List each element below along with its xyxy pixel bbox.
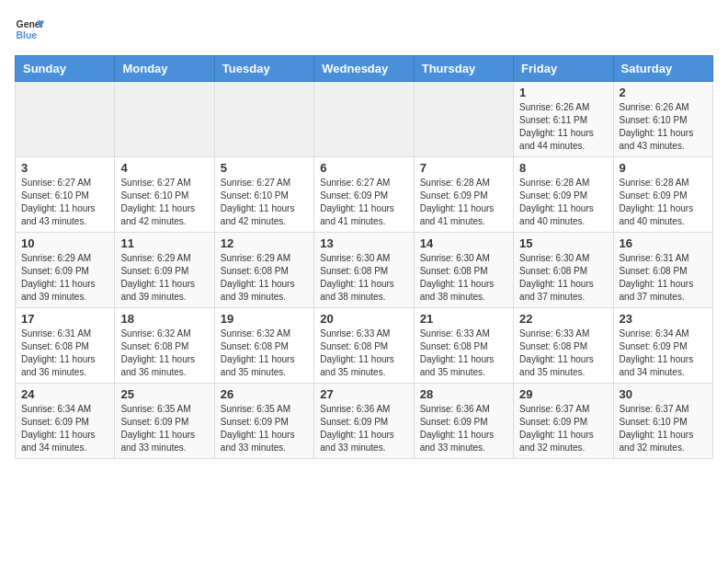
day-number: 13	[320, 236, 407, 250]
calendar-day: 21Sunrise: 6:33 AMSunset: 6:08 PMDayligh…	[414, 308, 513, 384]
svg-text:Blue: Blue	[17, 30, 38, 40]
calendar-table: SundayMondayTuesdayWednesdayThursdayFrid…	[15, 55, 713, 459]
day-info: Sunrise: 6:33 AMSunset: 6:08 PMDaylight:…	[420, 327, 507, 379]
calendar-day: 6Sunrise: 6:27 AMSunset: 6:09 PMDaylight…	[314, 157, 414, 233]
calendar-day: 26Sunrise: 6:35 AMSunset: 6:09 PMDayligh…	[214, 384, 313, 459]
calendar-day: 22Sunrise: 6:33 AMSunset: 6:08 PMDayligh…	[514, 308, 613, 384]
day-info: Sunrise: 6:36 AMSunset: 6:09 PMDaylight:…	[320, 403, 407, 454]
day-number: 19	[221, 312, 308, 326]
day-number: 3	[21, 161, 108, 175]
calendar-day: 1Sunrise: 6:26 AMSunset: 6:11 PMDaylight…	[514, 82, 613, 157]
calendar-day: 20Sunrise: 6:33 AMSunset: 6:08 PMDayligh…	[314, 308, 414, 384]
day-number: 4	[120, 161, 208, 175]
day-info: Sunrise: 6:36 AMSunset: 6:09 PMDaylight:…	[420, 403, 507, 454]
calendar-body: 1Sunrise: 6:26 AMSunset: 6:11 PMDaylight…	[16, 82, 713, 459]
weekday-header-sunday: Sunday	[16, 56, 115, 82]
logo: General Blue	[15, 15, 44, 44]
day-info: Sunrise: 6:34 AMSunset: 6:09 PMDaylight:…	[21, 403, 108, 454]
calendar-day: 3Sunrise: 6:27 AMSunset: 6:10 PMDaylight…	[16, 157, 115, 233]
day-info: Sunrise: 6:29 AMSunset: 6:09 PMDaylight:…	[120, 252, 208, 304]
day-number: 15	[519, 236, 607, 250]
day-number: 6	[320, 161, 407, 175]
day-info: Sunrise: 6:30 AMSunset: 6:08 PMDaylight:…	[420, 252, 507, 304]
calendar-day: 2Sunrise: 6:26 AMSunset: 6:10 PMDaylight…	[613, 82, 712, 157]
day-number: 8	[519, 161, 607, 175]
calendar-day: 30Sunrise: 6:37 AMSunset: 6:10 PMDayligh…	[613, 384, 712, 459]
calendar-day: 11Sunrise: 6:29 AMSunset: 6:09 PMDayligh…	[115, 233, 214, 308]
calendar-day: 12Sunrise: 6:29 AMSunset: 6:08 PMDayligh…	[214, 233, 313, 308]
calendar-week-1: 1Sunrise: 6:26 AMSunset: 6:11 PMDaylight…	[16, 82, 713, 157]
day-info: Sunrise: 6:35 AMSunset: 6:09 PMDaylight:…	[120, 403, 208, 454]
day-info: Sunrise: 6:32 AMSunset: 6:08 PMDaylight:…	[120, 327, 208, 379]
day-number: 12	[221, 236, 308, 250]
day-number: 29	[519, 387, 607, 401]
calendar-week-5: 24Sunrise: 6:34 AMSunset: 6:09 PMDayligh…	[16, 384, 713, 459]
day-info: Sunrise: 6:26 AMSunset: 6:10 PMDaylight:…	[620, 101, 707, 153]
calendar-day: 9Sunrise: 6:28 AMSunset: 6:09 PMDaylight…	[613, 157, 712, 233]
day-number: 9	[620, 161, 707, 175]
calendar-header: SundayMondayTuesdayWednesdayThursdayFrid…	[16, 56, 713, 82]
weekday-header-monday: Monday	[115, 56, 214, 82]
day-info: Sunrise: 6:28 AMSunset: 6:09 PMDaylight:…	[420, 177, 507, 228]
day-number: 18	[120, 312, 208, 326]
day-number: 16	[620, 236, 707, 250]
day-info: Sunrise: 6:35 AMSunset: 6:09 PMDaylight:…	[221, 403, 308, 454]
calendar-day: 25Sunrise: 6:35 AMSunset: 6:09 PMDayligh…	[115, 384, 214, 459]
weekday-header-wednesday: Wednesday	[314, 56, 414, 82]
page-header: General Blue	[15, 15, 713, 44]
calendar-day: 10Sunrise: 6:29 AMSunset: 6:09 PMDayligh…	[16, 233, 115, 308]
calendar-week-4: 17Sunrise: 6:31 AMSunset: 6:08 PMDayligh…	[16, 308, 713, 384]
day-info: Sunrise: 6:37 AMSunset: 6:10 PMDaylight:…	[620, 403, 707, 454]
calendar-day: 24Sunrise: 6:34 AMSunset: 6:09 PMDayligh…	[16, 384, 115, 459]
day-number: 24	[21, 387, 108, 401]
day-info: Sunrise: 6:31 AMSunset: 6:08 PMDaylight:…	[21, 327, 108, 379]
calendar-week-2: 3Sunrise: 6:27 AMSunset: 6:10 PMDaylight…	[16, 157, 713, 233]
calendar-week-3: 10Sunrise: 6:29 AMSunset: 6:09 PMDayligh…	[16, 233, 713, 308]
calendar-day: 23Sunrise: 6:34 AMSunset: 6:09 PMDayligh…	[613, 308, 712, 384]
calendar-day: 15Sunrise: 6:30 AMSunset: 6:08 PMDayligh…	[514, 233, 613, 308]
calendar-day: 17Sunrise: 6:31 AMSunset: 6:08 PMDayligh…	[16, 308, 115, 384]
day-info: Sunrise: 6:28 AMSunset: 6:09 PMDaylight:…	[620, 177, 707, 228]
day-number: 27	[320, 387, 407, 401]
day-number: 1	[519, 86, 607, 99]
weekday-header-friday: Friday	[514, 56, 613, 82]
day-number: 22	[519, 312, 607, 326]
day-info: Sunrise: 6:33 AMSunset: 6:08 PMDaylight:…	[320, 327, 407, 379]
calendar-day	[214, 82, 313, 157]
day-info: Sunrise: 6:27 AMSunset: 6:09 PMDaylight:…	[320, 177, 407, 228]
calendar-day: 18Sunrise: 6:32 AMSunset: 6:08 PMDayligh…	[115, 308, 214, 384]
day-info: Sunrise: 6:33 AMSunset: 6:08 PMDaylight:…	[519, 327, 607, 379]
calendar-day: 27Sunrise: 6:36 AMSunset: 6:09 PMDayligh…	[314, 384, 414, 459]
day-number: 25	[120, 387, 208, 401]
day-info: Sunrise: 6:37 AMSunset: 6:09 PMDaylight:…	[519, 403, 607, 454]
day-info: Sunrise: 6:27 AMSunset: 6:10 PMDaylight:…	[120, 177, 208, 228]
day-number: 7	[420, 161, 507, 175]
calendar-day	[414, 82, 513, 157]
day-number: 23	[620, 312, 707, 326]
calendar-day: 19Sunrise: 6:32 AMSunset: 6:08 PMDayligh…	[214, 308, 313, 384]
day-number: 10	[21, 236, 108, 250]
calendar-day	[115, 82, 214, 157]
day-info: Sunrise: 6:28 AMSunset: 6:09 PMDaylight:…	[519, 177, 607, 228]
calendar-day: 7Sunrise: 6:28 AMSunset: 6:09 PMDaylight…	[414, 157, 513, 233]
day-number: 20	[320, 312, 407, 326]
weekday-header-row: SundayMondayTuesdayWednesdayThursdayFrid…	[16, 56, 713, 82]
calendar-day: 28Sunrise: 6:36 AMSunset: 6:09 PMDayligh…	[414, 384, 513, 459]
weekday-header-tuesday: Tuesday	[214, 56, 313, 82]
day-info: Sunrise: 6:29 AMSunset: 6:08 PMDaylight:…	[221, 252, 308, 304]
logo-icon: General Blue	[15, 15, 44, 44]
day-info: Sunrise: 6:30 AMSunset: 6:08 PMDaylight:…	[519, 252, 607, 304]
day-number: 5	[221, 161, 308, 175]
calendar-day	[16, 82, 115, 157]
calendar-day: 4Sunrise: 6:27 AMSunset: 6:10 PMDaylight…	[115, 157, 214, 233]
day-number: 30	[620, 387, 707, 401]
weekday-header-saturday: Saturday	[613, 56, 712, 82]
weekday-header-thursday: Thursday	[414, 56, 513, 82]
day-number: 28	[420, 387, 507, 401]
day-number: 17	[21, 312, 108, 326]
calendar-day: 16Sunrise: 6:31 AMSunset: 6:08 PMDayligh…	[613, 233, 712, 308]
day-number: 26	[221, 387, 308, 401]
calendar-day: 29Sunrise: 6:37 AMSunset: 6:09 PMDayligh…	[514, 384, 613, 459]
calendar-day: 8Sunrise: 6:28 AMSunset: 6:09 PMDaylight…	[514, 157, 613, 233]
day-info: Sunrise: 6:30 AMSunset: 6:08 PMDaylight:…	[320, 252, 407, 304]
